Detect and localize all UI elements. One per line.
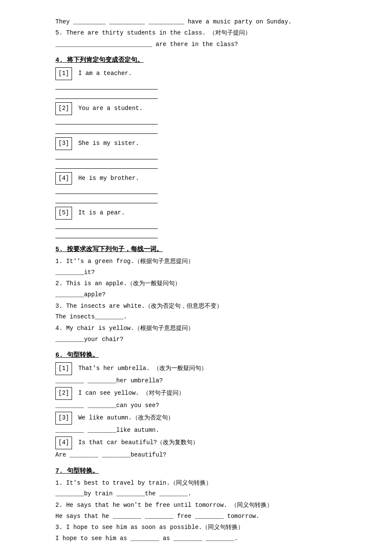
section5: 5. 按要求改写下列句子，每线一词。 1. It''s a green frog… <box>55 245 349 344</box>
section4: 4. 将下列肯定句变成否定句。 [1] I am a teacher. [2] … <box>55 56 349 238</box>
item3-lines <box>55 152 349 169</box>
s7-item1: 1. It's best to travel by train.（同义句转换） <box>55 478 349 489</box>
s6-item3-id: [3] <box>55 412 72 425</box>
item1-line2 <box>55 91 158 99</box>
s6-item4-answer: Are ________ ________beautiful? <box>55 450 349 460</box>
item3-id: [3] <box>55 137 72 150</box>
s7-item3-sentence: I hope to see him as soon as possible.（同… <box>66 524 244 531</box>
section4-item5: [5] It is a pear. <box>55 207 349 220</box>
s6-item3-answer: ________ ________like autumn. <box>55 425 349 435</box>
section6: 6. 句型转换。 [1] That's her umbrella. （改为一般疑… <box>55 351 349 460</box>
s5-item2-sentence: This is an apple.（改为一般疑问句） <box>66 280 181 287</box>
item4-line2 <box>55 196 158 203</box>
s5-item4-num: 4. <box>55 325 63 332</box>
s5-item2-num: 2. <box>55 280 63 287</box>
section4-title: 4. 将下列肯定句变成否定句。 <box>55 56 349 64</box>
s6-item2-sentence: I can see yellow. （对句子提问） <box>78 390 184 396</box>
s7-item3-answer: I hope to see him as ________ as _______… <box>55 534 349 543</box>
s7-item3: 3. I hope to see him as soon as possible… <box>55 523 349 533</box>
s6-item1-id: [1] <box>55 362 72 375</box>
item3-line1 <box>55 152 158 159</box>
s5-item2: 2. This is an apple.（改为一般疑问句） <box>55 279 349 289</box>
item2-sentence: You are a student. <box>78 105 143 112</box>
s5-item4-answer: ________your chair? <box>55 335 349 344</box>
item2-line1 <box>55 117 158 124</box>
top-line1: They _________ __________ __________ hav… <box>55 17 349 26</box>
s5-item1-answer: ________it? <box>55 268 349 277</box>
item2-lines <box>55 117 349 134</box>
item5-id: [5] <box>55 207 72 220</box>
s5-item3-sentence: The insects are white.（改为否定句，但意思不变） <box>66 303 222 309</box>
s6-item1-sentence: That's her umbrella. （改为一般疑问句） <box>78 365 207 372</box>
item5-sentence: It is a pear. <box>78 209 125 216</box>
s7-item3-num: 3. <box>55 524 63 531</box>
top-section: They _________ __________ __________ hav… <box>55 17 349 49</box>
section4-item4: [4] He is my brother. <box>55 172 349 185</box>
s6-item1: [1] That's her umbrella. （改为一般疑问句） <box>55 362 349 375</box>
item1-id: [1] <box>55 67 72 80</box>
top-line3: ___________________________ are there in… <box>55 40 349 49</box>
item2-id: [2] <box>55 102 72 115</box>
section7-title: 7. 句型转换。 <box>55 467 349 475</box>
item5-line2 <box>55 231 158 238</box>
item3-sentence: She is my sister. <box>78 140 139 147</box>
s7-item2: 2. He says that he won't be free until t… <box>55 500 349 511</box>
s5-item3: 3. The insects are white.（改为否定句，但意思不变） <box>55 301 349 312</box>
s7-item1-sentence: It's best to travel by train.（同义句转换） <box>66 480 212 486</box>
s5-item3-answer: The insects________. <box>55 312 349 321</box>
section4-item3: [3] She is my sister. <box>55 137 349 150</box>
page-content: They _________ __________ __________ hav… <box>55 17 349 555</box>
top-line2: 5. There are thirty students in the clas… <box>55 28 349 38</box>
section4-item2: [2] You are a student. <box>55 102 349 115</box>
s7-item1-num: 1. <box>55 480 63 486</box>
item5-line1 <box>55 221 158 229</box>
s6-item1-answer: ________ ________her umbrella? <box>55 376 349 385</box>
item1-line1 <box>55 82 158 90</box>
s7-item2-num: 2. <box>55 502 63 509</box>
item1-sentence: I am a teacher. <box>78 70 132 77</box>
item5-lines <box>55 221 349 238</box>
s6-item4-sentence: Is that car beautiful?（改为复数句） <box>78 439 199 446</box>
s5-item4-sentence: My chair is yellow.（根据句子意思提问） <box>66 325 194 332</box>
section5-title: 5. 按要求改写下列句子，每线一词。 <box>55 245 349 253</box>
item1-lines <box>55 82 349 99</box>
s5-item1: 1. It''s a green frog.（根据句子意思提问） <box>55 257 349 267</box>
s6-item4: [4] Is that car beautiful?（改为复数句） <box>55 436 349 449</box>
s5-item1-sentence: It''s a green frog.（根据句子意思提问） <box>66 258 194 265</box>
section6-title: 6. 句型转换。 <box>55 351 349 359</box>
s6-item2-id: [2] <box>55 387 72 400</box>
s5-item3-num: 3. <box>55 303 63 309</box>
section4-item1: [1] I am a teacher. <box>55 67 349 80</box>
s5-item4: 4. My chair is yellow.（根据句子意思提问） <box>55 324 349 334</box>
s6-item2-answer: ________ ________can you see? <box>55 401 349 410</box>
s7-item1-answer: ________by train ________the ________. <box>55 489 349 498</box>
item4-sentence: He is my brother. <box>78 175 139 182</box>
s6-item3-sentence: We like autumn.（改为否定句） <box>78 414 174 421</box>
item4-lines <box>55 186 349 203</box>
item4-id: [4] <box>55 172 72 185</box>
s6-item3: [3] We like autumn.（改为否定句） <box>55 412 349 425</box>
s6-item2: [2] I can see yellow. （对句子提问） <box>55 387 349 400</box>
item3-line2 <box>55 161 158 169</box>
s5-item2-answer: ________apple? <box>55 290 349 299</box>
s5-item1-num: 1. <box>55 258 63 265</box>
section7: 7. 句型转换。 1. It's best to travel by train… <box>55 467 349 543</box>
item2-line2 <box>55 126 158 134</box>
item4-line1 <box>55 186 158 194</box>
s7-item2-sentence: He says that he won't be free until tomo… <box>66 502 272 509</box>
s6-item4-id: [4] <box>55 436 72 449</box>
s7-item2-answer: He says that he ________ ________ free _… <box>55 512 349 521</box>
